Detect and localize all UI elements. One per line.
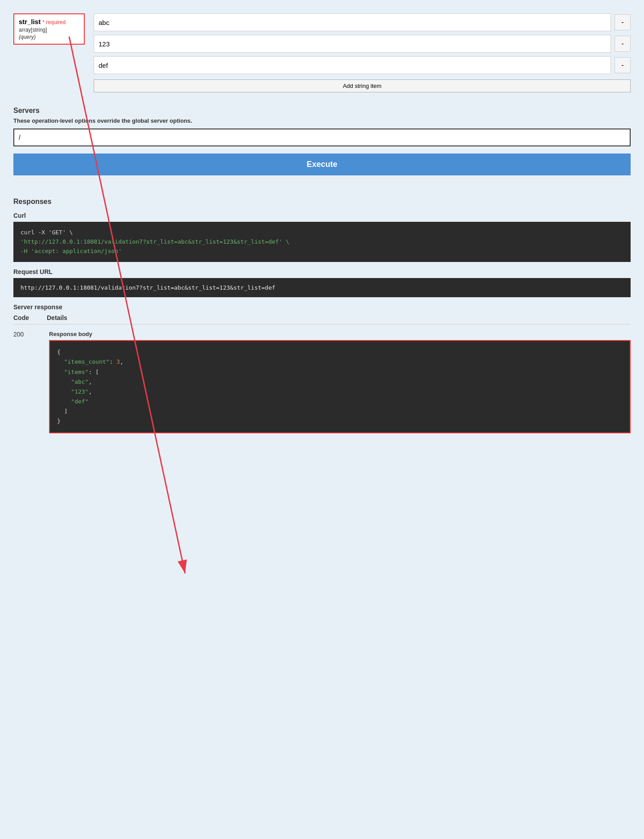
- param-name: str_list * required: [19, 18, 79, 25]
- code-column-header: Code: [13, 314, 29, 321]
- servers-title: Servers: [13, 102, 631, 117]
- input-row-2: -: [94, 56, 631, 74]
- execute-button[interactable]: Execute: [13, 154, 631, 175]
- add-string-item-button[interactable]: Add string item: [94, 79, 631, 92]
- server-response-title: Server response: [13, 303, 631, 311]
- input-row-1: -: [94, 35, 631, 53]
- bracket-close: ]: [57, 408, 67, 415]
- response-details-200: Response body { "items_count": 3, "items…: [49, 331, 631, 433]
- request-url-value: http://127.0.0.1:18081/validation7?str_l…: [21, 284, 275, 291]
- param-label-box: str_list * required array[string] (query…: [13, 13, 85, 45]
- remove-btn-2[interactable]: -: [615, 57, 631, 73]
- param-row: str_list * required array[string] (query…: [13, 9, 631, 97]
- request-url-box: http://127.0.0.1:18081/validation7?str_l…: [13, 278, 631, 297]
- key-items-count: "items_count": [57, 358, 109, 365]
- string-input-2[interactable]: [94, 56, 611, 74]
- main-container: str_list * required array[string] (query…: [0, 0, 644, 839]
- key-items: "items": [57, 369, 88, 375]
- response-code-200: 200: [13, 331, 49, 338]
- param-inputs: - - - Add string item: [94, 13, 631, 92]
- response-table-row-200: 200 Response body { "items_count": 3, "i…: [13, 327, 631, 437]
- val-item-2: "def": [57, 398, 88, 405]
- curl-line3: -H 'accept: application/json': [21, 248, 122, 254]
- val-items-count: 3: [116, 358, 120, 365]
- server-url-input[interactable]: [13, 129, 631, 146]
- servers-description: These operation-level options override t…: [13, 117, 631, 124]
- val-item-1: "123": [57, 388, 88, 395]
- responses-section: Responses Curl curl -X 'GET' \ 'http://1…: [13, 188, 631, 442]
- brace-open: {: [57, 349, 61, 355]
- response-body-title: Response body: [49, 331, 631, 337]
- responses-title: Responses: [13, 193, 631, 212]
- param-type: array[string]: [19, 27, 79, 33]
- val-item-0: "abc": [57, 378, 88, 385]
- string-input-0[interactable]: [94, 13, 611, 31]
- param-location: (query): [19, 34, 79, 40]
- curl-line2: 'http://127.0.0.1:18081/validation7?str_…: [21, 238, 289, 245]
- remove-btn-1[interactable]: -: [615, 36, 631, 52]
- string-input-1[interactable]: [94, 35, 611, 53]
- servers-section: Servers These operation-level options ov…: [13, 97, 631, 188]
- curl-title: Curl: [13, 212, 631, 219]
- response-body-box: { "items_count": 3, "items": [ "abc", "1…: [49, 340, 631, 433]
- input-row-0: -: [94, 13, 631, 31]
- curl-box: curl -X 'GET' \ 'http://127.0.0.1:18081/…: [13, 222, 631, 262]
- curl-line1: curl -X 'GET' \: [21, 229, 73, 236]
- brace-close: }: [57, 418, 61, 424]
- response-table-header: Code Details: [13, 314, 631, 324]
- request-url-title: Request URL: [13, 268, 631, 275]
- details-column-header: Details: [47, 314, 67, 321]
- remove-btn-0[interactable]: -: [615, 14, 631, 30]
